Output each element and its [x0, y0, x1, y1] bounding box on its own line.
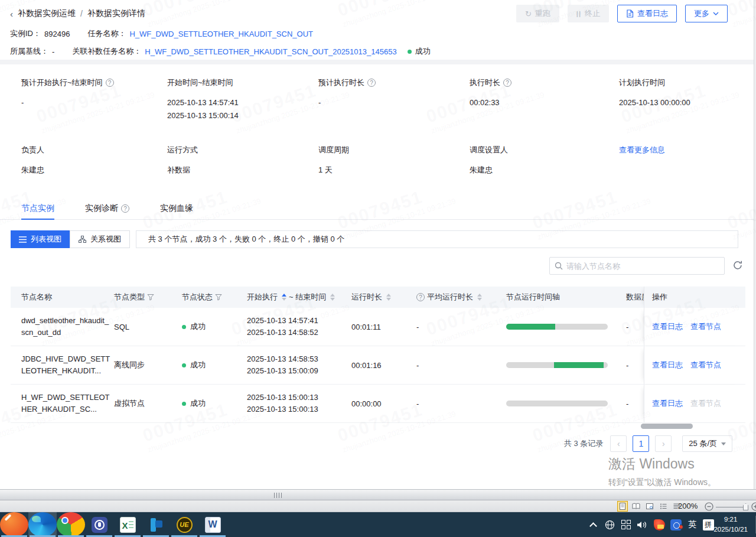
search-icon [555, 262, 563, 270]
view-log-button[interactable]: 查看日志 [617, 5, 677, 22]
chevron-down-icon [713, 12, 719, 15]
back-icon[interactable]: ‹ [10, 9, 13, 19]
excel-button[interactable]: X [113, 512, 142, 537]
network-status-icon[interactable] [602, 512, 617, 537]
chrome-browser-button[interactable] [57, 512, 85, 537]
zoom-level[interactable]: 200% [678, 502, 698, 510]
tab-instance-lineage[interactable]: 实例血缘 [160, 204, 193, 219]
notification-app-icon[interactable] [669, 512, 683, 537]
flag-app-icon [148, 517, 164, 533]
col-end: ~ 结束时间 [289, 292, 326, 302]
run-duration: 00:01:11 [351, 323, 381, 331]
paint-app-button[interactable] [0, 512, 28, 537]
outline-view-icon[interactable] [659, 502, 668, 511]
tray-expand-button[interactable] [586, 512, 600, 537]
page-number-button[interactable]: 1 [633, 435, 649, 452]
horizontal-scrollbar-thumb[interactable] [641, 424, 693, 429]
breadcrumb-parent[interactable]: 补数据实例运维 [18, 8, 76, 19]
task-name-link[interactable]: H_WF_DWD_SETTLEOTHER_HKAUDIT_SCN_OUT [129, 30, 313, 38]
ultraedit-button[interactable]: UE [170, 512, 198, 537]
node-status: 成功 [190, 360, 206, 370]
view-node-link: 查看节点 [690, 398, 721, 409]
view-node-link[interactable]: 查看节点 [690, 321, 721, 332]
avg-duration: - [416, 399, 419, 408]
tab-bar: 节点实例 实例诊断? 实例血缘 [0, 204, 756, 220]
web-layout-icon[interactable] [645, 502, 654, 511]
word-icon: W [205, 517, 221, 533]
more-label: 更多 [694, 8, 709, 19]
word-hscrollbar[interactable] [0, 489, 756, 500]
related-task-link[interactable]: H_WF_DWD_SETTLEOTHER_HKAUDIT_SCN_OUT_202… [145, 47, 396, 56]
sort-icon[interactable] [330, 294, 335, 301]
tree-icon [79, 236, 86, 243]
refresh-icon[interactable] [732, 260, 744, 272]
view-more-link[interactable]: 查看更多信息 [619, 145, 665, 155]
baseline-value: - [52, 47, 54, 56]
more-button[interactable]: 更多 [685, 5, 728, 22]
list-view-button[interactable]: 列表视图 [11, 230, 70, 248]
read-mode-icon[interactable] [631, 502, 641, 511]
terminate-icon: || [576, 10, 581, 17]
mail-app-icon[interactable] [652, 512, 666, 537]
col-timeline: 节点运行时间轴 [506, 292, 560, 302]
view-node-link[interactable]: 查看节点 [690, 360, 721, 370]
rerun-button[interactable]: ↻ 重跑 [516, 5, 559, 22]
relation-view-button[interactable]: 关系视图 [70, 230, 130, 248]
zoom-slider-track[interactable] [716, 507, 743, 507]
search-input[interactable] [566, 262, 719, 271]
zoom-out-icon[interactable] [705, 502, 713, 513]
print-layout-icon[interactable] [618, 502, 627, 511]
sort-icon[interactable] [386, 294, 391, 301]
help-icon[interactable]: ? [106, 79, 114, 87]
col-avg: 平均运行时长 [427, 292, 473, 302]
run-duration: 00:01:16 [351, 361, 382, 370]
scrollbar-grip-icon[interactable] [274, 493, 282, 498]
field-start-end-time: 开始时间~结束时间 2025-10-13 14:57:412025-10-13 … [167, 77, 239, 122]
view-log-link[interactable]: 查看日志 [652, 360, 683, 370]
help-icon[interactable]: ? [121, 204, 129, 213]
taskbar-clock[interactable]: 9:21 2025/10/21 [713, 512, 748, 537]
prev-page-button[interactable]: ‹ [610, 435, 627, 452]
zoom-in-icon[interactable] [751, 502, 756, 513]
help-icon[interactable]: ? [503, 79, 511, 87]
instance-id-value: 892496 [44, 30, 70, 38]
next-page-button[interactable]: › [655, 435, 672, 452]
help-icon[interactable]: ? [367, 79, 376, 87]
edge-browser-button[interactable] [28, 512, 57, 537]
filter-icon[interactable] [147, 294, 154, 301]
sort-icon[interactable] [477, 294, 482, 301]
page-size-select[interactable]: 25 条/页 [682, 435, 732, 452]
filter-icon[interactable] [215, 294, 222, 301]
help-icon[interactable]: ? [416, 293, 425, 301]
page-header: ‹ 补数据实例运维 / 补数据实例详情 ↻ 重跑 || 终止 查看日志 更多 [0, 0, 756, 60]
zoom-slider-handle[interactable] [743, 503, 748, 510]
messaging-app-button[interactable] [85, 512, 113, 537]
word-status-bar: 200% [0, 500, 756, 512]
col-status: 节点状态 [182, 292, 213, 302]
ime-language-indicator[interactable]: 英 [685, 512, 699, 537]
word-button[interactable]: W [198, 512, 227, 537]
messaging-app-icon [92, 517, 107, 533]
windows-activation-watermark: 激活 Windows 转到“设置”以激活 Windows。 [608, 455, 716, 488]
terminate-label: 终止 [585, 8, 600, 19]
view-log-link[interactable]: 查看日志 [652, 321, 683, 332]
rerun-icon: ↻ [525, 9, 532, 18]
sort-icon[interactable] [282, 294, 286, 301]
tab-node-instance[interactable]: 节点实例 [21, 204, 54, 219]
terminate-button[interactable]: || 终止 [568, 5, 609, 22]
success-dot-icon [182, 363, 186, 367]
node-type: 离线同步 [114, 360, 145, 370]
volume-icon[interactable] [634, 512, 650, 537]
rerun-label: 重跑 [535, 8, 550, 19]
success-dot-icon [182, 402, 186, 406]
pagination-total: 共 3 条记录 [564, 438, 603, 449]
flag-app-button[interactable] [142, 512, 170, 537]
node-name: dwd_settleother_hkaudit_scn_out_dd [21, 315, 111, 339]
windows-tray-icon[interactable] [619, 512, 633, 537]
tab-instance-diagnosis[interactable]: 实例诊断? [85, 204, 129, 219]
document-icon [626, 9, 634, 18]
node-name: JDBC_HIVE_DWD_SETTLEOTHER_HKAUDIT... [21, 353, 111, 377]
field-planned-time: 计划执行时间 2025-10-13 00:00:00 [619, 77, 690, 109]
avg-duration: - [416, 361, 419, 370]
view-log-link[interactable]: 查看日志 [652, 398, 683, 409]
